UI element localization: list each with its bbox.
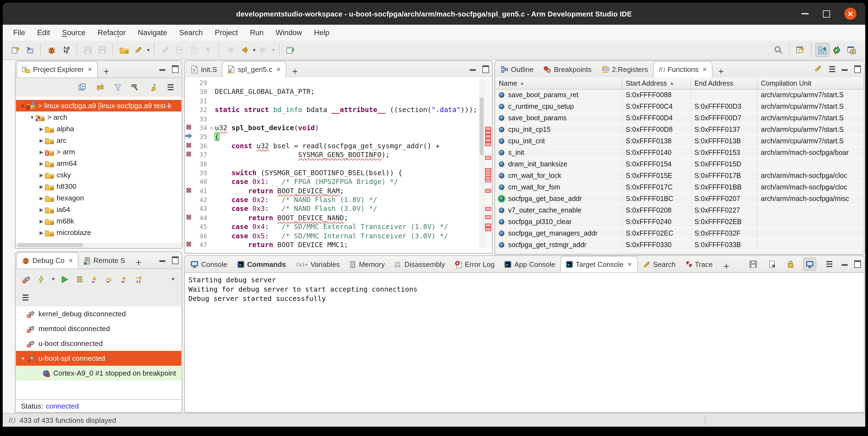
column-header-name[interactable]: Name▲ [496,77,622,89]
target-console-output[interactable]: Starting debug serverWaiting for debug s… [185,273,864,412]
back-annotation-button[interactable] [224,43,237,57]
expander-icon[interactable]: ▶ [38,195,45,201]
functions-table-header[interactable]: Name▲Start Address▲End AddressCompilatio… [496,77,864,90]
maximize-view-icon[interactable] [172,65,179,73]
project-tree[interactable]: ▼C> linux-socfpga.a9 [linux-socfpga.a9 t… [16,97,181,243]
perspective-debug-button[interactable] [815,43,830,57]
right-tab-outline[interactable]: Outline [496,62,538,77]
expander-icon[interactable]: ▼ [29,114,36,120]
debug-session-kernel_debug[interactable]: kernel_debug disconnected [16,306,181,321]
clear-console-button[interactable] [766,258,778,270]
expander-icon[interactable]: ▶ [38,161,45,166]
search-button[interactable] [772,43,785,57]
console-tab-trace[interactable]: Trace [681,257,718,272]
right-new-tab-button[interactable]: ＋ [713,65,730,77]
minimize-icon[interactable] [802,13,809,14]
view-menu-button[interactable]: ☰ [823,258,835,270]
clean-button[interactable] [147,82,158,93]
close-icon[interactable]: ✕ [844,8,857,20]
pilcrow-button[interactable]: ¶ [202,43,215,57]
console-tab-commands[interactable]: Commands [232,257,291,272]
project-explorer-new-tab-button[interactable]: ＋ [98,65,115,77]
open-perspective-button[interactable] [794,43,807,57]
debug-sessions-list[interactable]: kernel_debug disconnectedmemtool disconn… [16,306,181,400]
nav-forward-button[interactable] [257,43,270,57]
refresh-doc-button[interactable] [173,43,186,57]
close-tab-icon[interactable]: ✕ [627,261,632,267]
expander-icon[interactable]: ▶ [38,218,45,224]
flash-device-button[interactable] [36,274,47,285]
right-tab-functions[interactable]: f()Functions✕ [653,61,713,77]
minimize-view-icon[interactable] [470,69,476,71]
save-console-button[interactable] [747,258,759,270]
console-tab-memory[interactable]: Memory [345,257,390,272]
occurrence-marker[interactable] [485,207,491,211]
occurrence-marker[interactable] [485,215,491,219]
menu-source[interactable]: Source [56,29,92,37]
new-debug-connection-button[interactable] [45,43,58,57]
expander-icon[interactable]: ▶ [38,184,45,189]
new-wizard-button[interactable] [9,43,22,57]
marker-pen-button[interactable] [132,43,145,57]
nav-forward-dropdown-icon[interactable]: ▼ [271,47,276,53]
save-button[interactable] [81,43,94,57]
status-bar-separator[interactable] [705,416,705,425]
menu-window[interactable]: Window [270,29,308,37]
step-out-button[interactable] [119,274,130,285]
marker-pen-dropdown-icon[interactable]: ▼ [146,47,151,53]
function-row[interactable]: dram_init_banksizeS:0xFFFF0154S:0xFFFF01… [496,159,864,170]
function-row[interactable]: socfpga_get_managers_addrS:0xFFFF02ECS:0… [496,228,864,239]
menu-edit[interactable]: Edit [31,29,56,37]
occurrence-marker[interactable] [485,138,491,142]
occurrence-marker[interactable] [485,227,491,231]
occurrence-marker[interactable] [485,131,491,135]
function-row[interactable]: save_boot_paramsS:0xFFFF00D4S:0xFFFF00D7… [496,112,864,124]
expander-icon[interactable]: ▶ [38,230,45,235]
overview-ruler[interactable] [484,78,492,248]
function-row[interactable]: c_runtime_cpu_setupS:0xFFFF00C4S:0xFFFF0… [496,101,864,112]
menu-file[interactable]: File [7,29,31,37]
occurrence-marker[interactable] [485,135,491,138]
editor-tab-spl-gen5-c[interactable]: Cspl_gen5.c✕ [222,61,286,77]
step-instruction-button[interactable]: si [133,274,145,285]
debug-session-u-boot[interactable]: u-boot disconnected [16,336,181,351]
menu-navigate[interactable]: Navigate [132,29,173,37]
function-row[interactable]: cm_wait_for_lockS:0xFFFF015ES:0xFFFF017B… [496,170,864,182]
menu-run[interactable]: Run [244,29,270,37]
connect-target-button[interactable] [21,274,32,285]
minimize-view-icon[interactable] [159,260,165,262]
tree-item-linux-socfpga.a9[interactable]: ▼C> linux-socfpga.a9 [linux-socfpga.a9 t… [16,100,181,111]
edit-disabled-button[interactable] [159,43,172,57]
flash-dropdown-icon[interactable]: ▼ [51,277,56,282]
maximize-view-icon[interactable] [172,257,179,264]
console-tab-app-console[interactable]: App Console [500,257,560,272]
status-value[interactable]: connected [46,402,79,410]
build-button[interactable] [130,82,141,93]
tree-item-ia64[interactable]: ▶ia64 [16,204,181,215]
project-tree-hscrollbar[interactable] [16,243,181,248]
function-row[interactable]: cpu_init_cp15S:0xFFFF00D8S:0xFFFF0137arc… [496,124,864,136]
column-header-start-address[interactable]: Start Address▲ [622,77,691,89]
view-menu-icon[interactable]: ☰ [22,293,28,302]
column-header-end-address[interactable]: End Address [691,77,757,89]
view-menu-button[interactable]: ☰ [165,82,176,93]
code-editor[interactable]: 2930DECLARE_GLOBAL_DATA_PTR;3132static s… [185,78,478,248]
perspective-ds-button[interactable] [831,43,844,57]
project-explorer-tab-project-explorer[interactable]: Project Explorer✕ [17,61,98,77]
list-doc-button[interactable] [187,43,200,57]
menu-search[interactable]: Search [173,29,209,37]
expander-icon[interactable]: ▶ [38,207,45,212]
occurrence-marker[interactable] [485,127,491,131]
open-element-button[interactable] [118,43,131,57]
expander-icon[interactable]: ▼ [19,356,27,361]
tree-item-h8300[interactable]: ▶h8300 [16,181,181,192]
save-all-button[interactable] [96,43,109,57]
pause-button[interactable] [74,274,85,285]
occurrence-marker[interactable] [485,142,491,146]
menu-refactor[interactable]: Refactor [92,29,132,37]
perspective-c-button[interactable]: C [845,43,858,57]
function-row[interactable]: socfpga_get_base_addrS:0xFFFF01BCS:0xFFF… [496,193,864,205]
function-row[interactable]: socfpga_get_rstmgr_addrS:0xFFFF0330S:0xF… [496,239,864,251]
continue-button[interactable] [59,274,70,285]
debug-session-Cortex-A9_0[interactable]: Cortex-A9_0 #1 stopped on breakpoint [16,366,181,380]
